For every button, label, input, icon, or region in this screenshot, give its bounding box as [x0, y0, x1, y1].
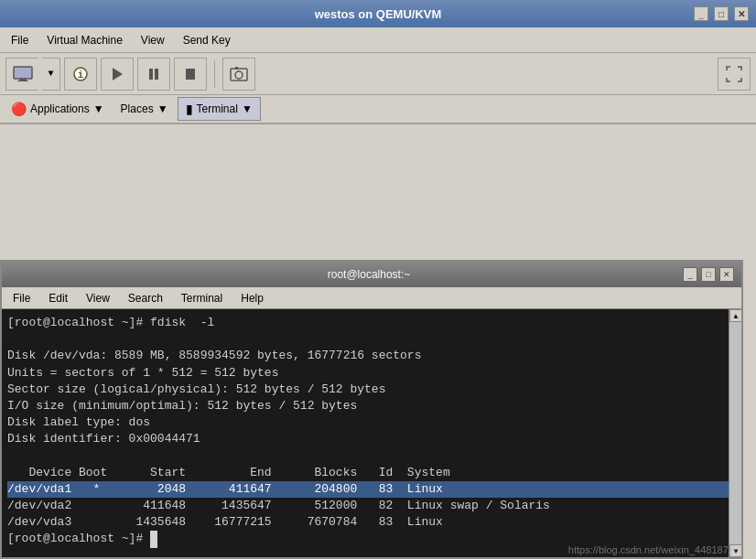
cursor: [150, 531, 157, 547]
terminal-restore-button[interactable]: □: [701, 267, 716, 282]
terminal-body[interactable]: [root@localhost ~]# fdisk -l Disk /dev/v…: [2, 309, 741, 557]
svg-text:i: i: [78, 70, 84, 81]
vm-menu-sendkey[interactable]: Send Key: [176, 31, 238, 49]
disk-label-line: Disk label type: dos: [7, 415, 150, 429]
vm-restore-button[interactable]: □: [714, 6, 729, 21]
svg-point-10: [235, 71, 243, 79]
appbar-places-label: Places: [121, 102, 154, 115]
vm-toolbar-info-button[interactable]: i: [64, 58, 97, 91]
terminal-chevron-icon: ▼: [242, 102, 253, 115]
vm-toolbar-stop-button[interactable]: [174, 58, 207, 91]
blank-line-1: [7, 332, 15, 346]
terminal-menu-search[interactable]: Search: [121, 290, 170, 306]
vm-window: westos on QEMU/KVM _ □ ✕ File Virtual Ma…: [0, 0, 756, 559]
disk-identifier-line: Disk identifier: 0x00044471: [7, 432, 200, 446]
vm-titlebar-controls: _ □ ✕: [694, 6, 749, 21]
applications-chevron-icon: ▼: [93, 102, 104, 115]
sector-size-line: Sector size (logical/physical): 512 byte…: [7, 382, 385, 396]
appbar-applications-label: Applications: [30, 102, 90, 115]
toolbar-separator: [214, 60, 215, 88]
prompt-line-2: [root@localhost ~]#: [7, 532, 150, 545]
svg-rect-0: [14, 67, 32, 79]
prompt-line-1: [root@localhost ~]# fdisk -l: [7, 316, 214, 329]
applications-icon: 🔴: [11, 102, 27, 116]
vm-title: westos on QEMU/KVM: [62, 7, 694, 21]
io-size-line: I/O size (minimum/optimal): 512 bytes / …: [7, 399, 357, 413]
terminal-title-controls: _ □ ✕: [683, 267, 734, 282]
vm-menu-view[interactable]: View: [134, 31, 172, 49]
appbar-terminal[interactable]: ▮ Terminal ▼: [178, 97, 261, 121]
table-header: Device Boot Start End Blocks Id System: [7, 466, 450, 479]
terminal-menu-edit[interactable]: Edit: [41, 290, 75, 306]
appbar-terminal-label: Terminal: [197, 102, 238, 115]
disk-info-line: Disk /dev/vda: 8589 MB, 8589934592 bytes…: [7, 349, 421, 362]
terminal-title: root@localhost:~: [55, 268, 683, 281]
vm-menubar: File Virtual Machine View Send Key: [0, 27, 756, 53]
vm-close-button[interactable]: ✕: [734, 6, 749, 21]
terminal-menubar: File Edit View Search Terminal Help: [2, 287, 741, 309]
places-chevron-icon: ▼: [157, 102, 168, 115]
appbar-applications[interactable]: 🔴 Applications ▼: [4, 98, 112, 120]
terminal-menu-file[interactable]: File: [5, 290, 38, 306]
vm-minimize-button[interactable]: _: [694, 6, 708, 21]
watermark: https://blog.csdn.net/weixin_44818720: [568, 544, 740, 555]
appbar-places[interactable]: Places ▼: [113, 99, 176, 119]
vm-toolbar-dropdown-button[interactable]: ▼: [42, 58, 60, 91]
vm-appbar: 🔴 Applications ▼ Places ▼ ▮ Terminal ▼: [0, 95, 756, 124]
terminal-minimize-button[interactable]: _: [683, 267, 697, 282]
terminal-scrollbar[interactable]: ▲ ▼: [729, 309, 741, 557]
partition-row-1: /dev/vda1 * 2048 411647 204800 83 Linux: [7, 481, 736, 498]
vm-toolbar-screenshot-button[interactable]: [222, 58, 255, 91]
terminal-menu-terminal[interactable]: Terminal: [174, 290, 230, 306]
vm-titlebar: westos on QEMU/KVM _ □ ✕: [0, 0, 756, 27]
partition-row-3: /dev/vda3 1435648 16777215 7670784 83 Li…: [7, 515, 443, 529]
vm-toolbar-pause-button[interactable]: [137, 58, 170, 91]
scrollbar-up-button[interactable]: ▲: [729, 309, 742, 322]
vm-menu-file[interactable]: File: [4, 31, 36, 49]
vm-toolbar-monitor-button[interactable]: [5, 58, 38, 91]
terminal-titlebar: root@localhost:~ _ □ ✕: [2, 262, 741, 287]
vm-menu-virtualmachine[interactable]: Virtual Machine: [39, 31, 130, 49]
terminal-menu-help[interactable]: Help: [233, 290, 271, 306]
vm-toolbar-fullscreen-button[interactable]: [718, 58, 751, 91]
terminal-window: root@localhost:~ _ □ ✕ File Edit View Se…: [0, 260, 743, 559]
vm-content: root@localhost:~ _ □ ✕ File Edit View Se…: [0, 124, 756, 559]
units-line: Units = sectors of 1 * 512 = 512 bytes: [7, 366, 278, 380]
blank-line-2: [7, 449, 15, 463]
svg-rect-2: [17, 81, 28, 81]
terminal-close-button[interactable]: ✕: [719, 267, 734, 282]
vm-toolbar-play-button[interactable]: [101, 58, 134, 91]
svg-rect-8: [186, 69, 195, 80]
svg-rect-11: [235, 67, 238, 70]
svg-rect-1: [19, 79, 27, 81]
vm-toolbar: ▼ i: [0, 53, 756, 95]
svg-rect-7: [155, 69, 158, 80]
svg-marker-5: [113, 68, 123, 81]
partition-row-2: /dev/vda2 411648 1435647 512000 82 Linux…: [7, 499, 550, 512]
svg-rect-6: [149, 69, 153, 80]
terminal-menu-view[interactable]: View: [79, 290, 117, 306]
terminal-icon: ▮: [186, 102, 193, 116]
